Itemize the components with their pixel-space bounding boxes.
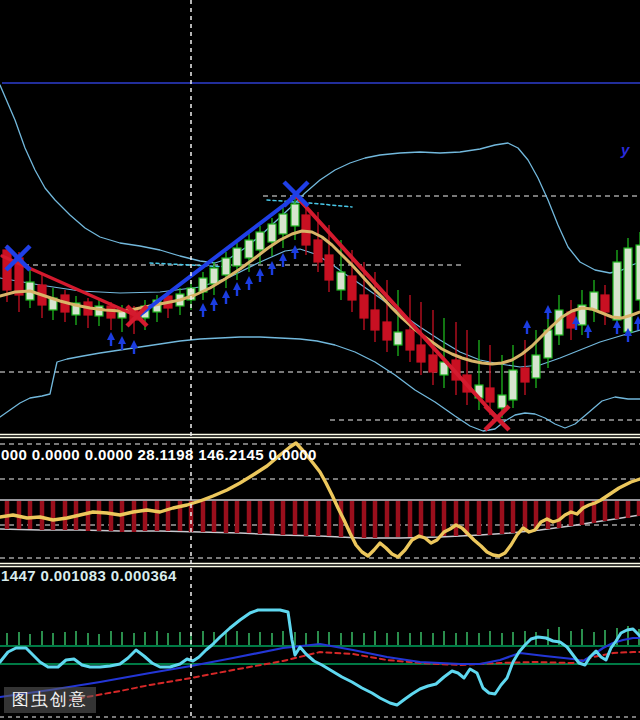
watermark-tuchong: 图虫创意: [4, 687, 96, 713]
chart-label-fragment: y: [621, 141, 629, 158]
chart-canvas: [0, 0, 640, 720]
oscillator-indicator-values: 1447 0.001083 0.000364: [1, 567, 177, 584]
macd-indicator-values: 000 0.0000 0.0000 28.1198 146.2145 0.000…: [1, 446, 317, 463]
trading-chart-screenshot: 000 0.0000 0.0000 28.1198 146.2145 0.000…: [0, 0, 640, 720]
